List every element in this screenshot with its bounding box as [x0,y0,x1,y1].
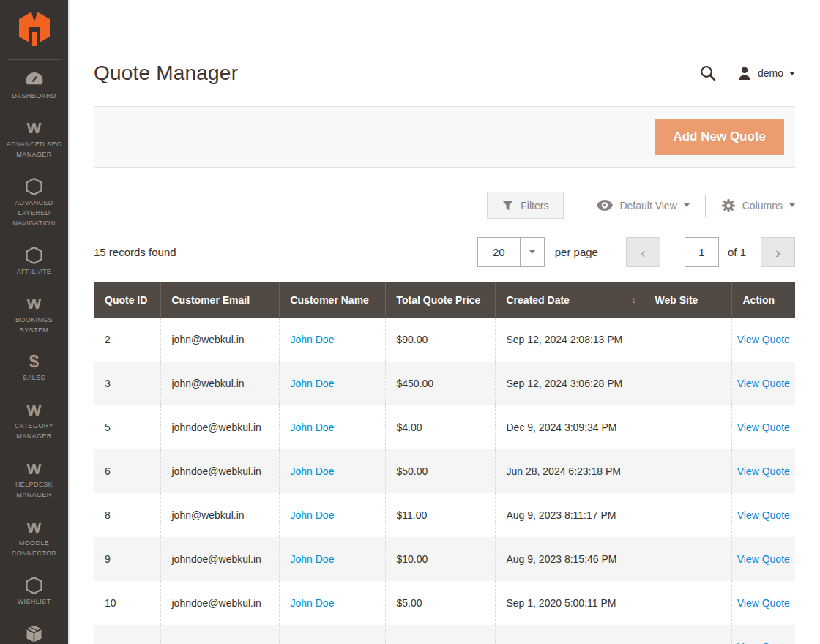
customer-name-link[interactable]: John Doe [291,597,335,609]
view-quote-link[interactable]: View Quote [737,508,790,523]
cell-action: View Quote [731,318,795,362]
sidebar-item-label: Wishlist [2,597,66,607]
sidebar-item-label: Advanced Layered Navigation [2,198,66,229]
column-header-web_site[interactable]: Web Site [644,282,731,318]
previous-page-button[interactable]: ‹ [626,237,660,267]
sidebar-menu: DashboardWAdvanced SEO ManagerAdvanced L… [0,61,68,644]
user-name: demo [758,67,783,79]
webkul-w-icon: W [2,118,66,138]
cell-created_date [495,625,644,644]
customer-name-link[interactable]: John Doe [291,378,335,389]
sidebar-item-wishlist[interactable]: Wishlist [0,567,68,615]
customer-name-link[interactable]: John Doe [291,509,335,521]
chevron-down-icon [529,250,535,254]
cell-quote_id: 6 [94,449,160,493]
user-menu[interactable]: demo [737,66,795,80]
view-quote-link[interactable]: View Quote [737,332,790,347]
sidebar-item-advanced-seo-manager[interactable]: WAdvanced SEO Manager [0,110,68,168]
cell-customer_name: John Doe [279,362,385,405]
view-switcher[interactable]: Default View [597,200,689,211]
columns-control[interactable]: Columns [721,198,795,213]
sidebar-item-label: Advanced SEO Manager [2,140,66,160]
cell-created_date: Sep 12, 2024 3:06:28 PM [495,362,644,405]
cell-total_quote_price: $50.00 [385,449,495,493]
hexagon-icon [2,575,66,596]
cell-customer_email: john@webkul.in [160,362,279,405]
cell-customer_email: johndoe@webkul.in [160,581,279,625]
view-quote-link[interactable]: View Quote [737,596,790,610]
view-quote-link[interactable]: View Quote [737,464,790,479]
magento-logo-icon[interactable] [0,0,68,49]
view-quote-link[interactable]: View Quote [737,552,790,566]
cell-action: View Quote [731,493,795,537]
cell-created_date: Aug 9, 2023 8:15:46 PM [495,537,644,581]
view-quote-link[interactable]: View Quote [737,376,790,391]
cell-quote_id: 5 [94,405,160,449]
cell-customer_name: John Doe [279,449,385,493]
webkul-w-icon: W [2,293,66,314]
column-header-customer_name[interactable]: Customer Name [279,282,385,318]
column-header-customer_email[interactable]: Customer Email [160,282,279,318]
sidebar-item-moodle-connector[interactable]: WMoodle Connector [0,509,68,567]
columns-label: Columns [742,200,783,211]
cell-web_site [644,362,731,405]
customer-name-link[interactable]: John Doe [291,334,335,345]
table-row: 6johndoe@webkul.inJohn Doe$50.00Jun 28, … [94,449,795,493]
view-quote-link[interactable]: View Quote [737,420,790,435]
column-header-created_date[interactable]: Created Date↓ [495,282,644,318]
sidebar-item-label: Sales [2,373,66,383]
filters-button[interactable]: Filters [487,192,564,219]
column-label: Total Quote Price [397,294,481,306]
cell-customer_name: John Doe [279,537,385,581]
sidebar-item-sales[interactable]: $Sales [0,343,68,392]
customer-name-link[interactable]: John Doe [291,553,335,565]
main-content: Quote Manager demo Add New Quote [70,0,820,644]
sidebar-item-label: Moodle Connector [2,539,66,559]
cell-created_date: Dec 9, 2024 3:09:34 PM [495,405,644,449]
sidebar-item-affiliate[interactable]: Affiliate [0,237,68,285]
add-new-quote-button[interactable]: Add New Quote [655,119,784,155]
cell-action: View Quote [731,537,795,581]
sidebar-item-helpdesk-manager[interactable]: WHelpdesk Manager [0,450,68,509]
cell-customer_name [279,625,385,644]
sidebar-item-category-manager[interactable]: WCategory Manager [0,392,68,450]
next-page-button[interactable]: › [761,237,795,267]
column-header-total_quote_price[interactable]: Total Quote Price [385,282,495,318]
view-quote-link[interactable]: View Quote [737,640,790,644]
page-title: Quote Manager [94,61,238,85]
column-header-quote_id[interactable]: Quote ID [94,282,160,318]
cell-customer_name: John Doe [279,581,385,625]
quotes-grid: Quote IDCustomer EmailCustomer NameTotal… [94,282,795,644]
sidebar-item-label: Category Manager [2,422,66,442]
sidebar-item-catalog[interactable]: Catalog [0,615,68,644]
sidebar-item-bookings-system[interactable]: WBookings System [0,285,68,344]
pagination: 20 per page ‹ of 1 › [477,237,795,267]
cell-quote_id: 2 [94,318,160,362]
cell-customer_email [160,625,279,644]
table-row: 3john@webkul.inJohn Doe$450.00Sep 12, 20… [94,362,795,405]
records-count: 15 records found [94,246,176,258]
customer-name-link[interactable]: John Doe [291,422,335,433]
hexagon-icon [2,245,66,266]
page-actions-toolbar: Add New Quote [94,106,795,168]
search-icon[interactable] [699,64,717,82]
sidebar-item-dashboard[interactable]: Dashboard [0,61,68,110]
table-row: 2john@webkul.inJohn Doe$90.00Sep 12, 202… [94,318,795,362]
sidebar-item-advanced-layered-navigation[interactable]: Advanced Layered Navigation [0,168,68,237]
table-row: View Quote [94,625,795,644]
filters-label: Filters [521,200,548,211]
cell-quote_id [94,625,160,644]
cell-created_date: Sep 1, 2020 5:00:11 PM [495,581,644,625]
webkul-w-icon: W [2,458,66,479]
column-label: Customer Name [291,294,369,306]
page-number-input[interactable] [685,237,719,267]
column-header-action[interactable]: Action [731,282,795,318]
column-label: Customer Email [172,294,250,306]
gear-icon [721,198,736,213]
per-page-select[interactable]: 20 [477,237,545,267]
filter-funnel-icon [502,201,513,211]
cell-action: View Quote [731,405,795,449]
cell-quote_id: 10 [94,581,160,625]
cell-web_site [644,493,731,537]
customer-name-link[interactable]: John Doe [291,465,335,477]
